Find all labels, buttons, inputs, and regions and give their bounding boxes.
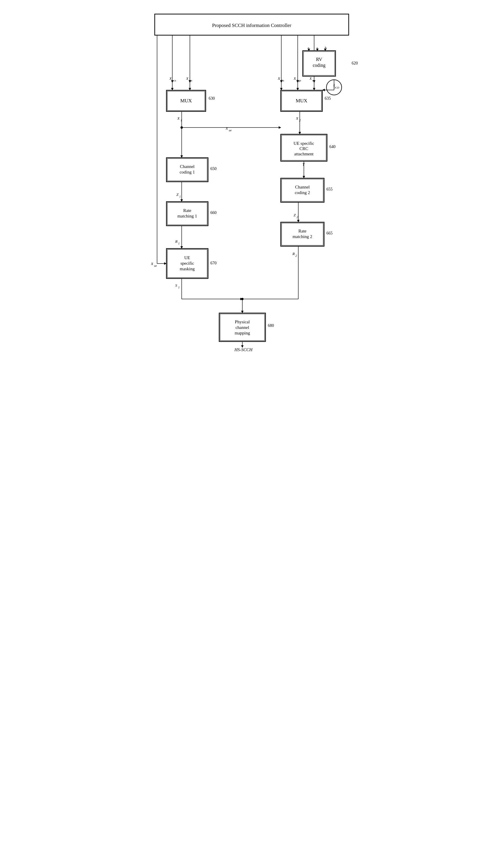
ref-670: 670 [210, 261, 216, 265]
diagram-container: Proposed SCCH information Controller RV … [141, 6, 363, 797]
mux1-label: MUX [180, 98, 192, 104]
ue-masking-line1: UE [184, 255, 190, 260]
mux2-label: MUX [296, 98, 307, 104]
ue-crc-line2: CRC [299, 146, 308, 151]
ch-coding2-line1: Channel [295, 185, 310, 189]
s-label: s [316, 46, 318, 50]
hs-scch-label: HS-SCCH [234, 347, 253, 352]
svg-rect-16 [281, 223, 323, 245]
ref-640: 640 [329, 144, 336, 149]
ch-coding2-line2: coding 2 [295, 190, 310, 195]
x-ccs-label: X [169, 76, 172, 81]
z1-sub: 1 [179, 195, 181, 198]
z1-label: Z [176, 192, 179, 197]
x-ccs-sub: ccs [172, 79, 176, 82]
svg-rect-17 [166, 249, 208, 279]
svg-rect-0 [155, 14, 349, 35]
ref-635: 635 [325, 96, 331, 100]
ref-665: 665 [326, 231, 332, 235]
rate-match1-line2: matching 1 [177, 214, 197, 218]
s1-sub: 1 [178, 286, 180, 289]
x-ue-top-sub: ue [229, 129, 232, 132]
svg-rect-19 [219, 313, 265, 341]
rv-line2: coding [313, 63, 326, 68]
ue-crc-line1: UE specific [294, 141, 314, 146]
r1-sub: 1 [178, 242, 180, 245]
svg-rect-10 [167, 159, 207, 181]
svg-point-49 [241, 298, 244, 300]
ref-680: 680 [268, 323, 274, 328]
x-ms-sub: ms [189, 79, 192, 82]
svg-rect-12 [281, 179, 323, 201]
phys-map-line3: mapping [235, 331, 250, 335]
ref-620: 620 [352, 61, 358, 65]
svg-rect-7 [281, 134, 327, 161]
svg-rect-11 [281, 178, 324, 202]
svg-rect-8 [281, 135, 326, 160]
diagram-svg: Proposed SCCH information Controller RV … [141, 6, 363, 797]
x-ms-label: X [186, 76, 189, 81]
phys-map-line2: channel [235, 325, 249, 330]
rate-match2-line2: matching 2 [292, 234, 312, 239]
x2-label: X [296, 116, 298, 121]
controller-label: Proposed SCCH information Controller [212, 22, 292, 28]
r2-sub: 2 [295, 254, 297, 257]
svg-point-41 [180, 126, 183, 129]
ref-650: 650 [210, 166, 216, 171]
x1-label: X [177, 116, 180, 121]
x-ue-left-sub: ue [154, 264, 157, 267]
ref-660: 660 [210, 210, 216, 215]
rate-match2-line1: Rate [298, 229, 307, 233]
ref-630: 630 [209, 96, 215, 100]
b-label: b [325, 46, 327, 50]
x-rv-sub: rv [312, 79, 315, 82]
rv-line1: RV [316, 57, 322, 62]
ue-masking-line2: specific [180, 261, 194, 266]
x-ocd-sub: OCD [334, 86, 339, 89]
svg-rect-1 [303, 51, 336, 76]
svg-rect-18 [167, 250, 207, 277]
svg-point-21 [326, 80, 342, 95]
svg-rect-4 [167, 91, 205, 111]
phys-map-line1: Physical [235, 319, 250, 324]
x1-sub: 1 [180, 119, 182, 122]
ue-crc-line3: attachment [294, 152, 314, 156]
rate-match1-line1: Rate [183, 208, 191, 213]
x-ue-left-label: X [151, 261, 153, 266]
r2-label: R [292, 252, 295, 256]
x-hap-label: X [293, 76, 296, 81]
x-ue-top-label: X [225, 126, 228, 130]
ch-coding1-line1: Channel [180, 164, 195, 169]
svg-rect-14 [167, 203, 207, 225]
z2-label: Z [294, 213, 296, 217]
x-ocd-label: X [333, 83, 336, 87]
svg-rect-3 [166, 90, 206, 111]
x-rv-label: X [309, 76, 312, 81]
svg-rect-6 [281, 91, 322, 111]
svg-rect-9 [166, 158, 208, 182]
r1-label: R [175, 239, 178, 243]
svg-rect-20 [220, 314, 265, 340]
x-tbs-sub: tbs [281, 79, 284, 82]
z2-sub: 2 [296, 216, 298, 219]
svg-rect-15 [281, 222, 324, 246]
x-tbs-label: X [277, 76, 280, 81]
y-label: Y [303, 162, 305, 167]
ch-coding1-line2: coding 1 [180, 170, 195, 174]
svg-rect-13 [166, 202, 208, 226]
ue-masking-line3: masking [180, 267, 195, 271]
ref-655: 655 [326, 187, 332, 191]
svg-rect-2 [304, 52, 335, 75]
s1-label: S [175, 283, 177, 288]
x2-sub: 2 [299, 119, 300, 122]
x-hap-sub: hap [296, 79, 301, 82]
svg-rect-5 [281, 90, 322, 111]
r-label: r [308, 46, 309, 50]
